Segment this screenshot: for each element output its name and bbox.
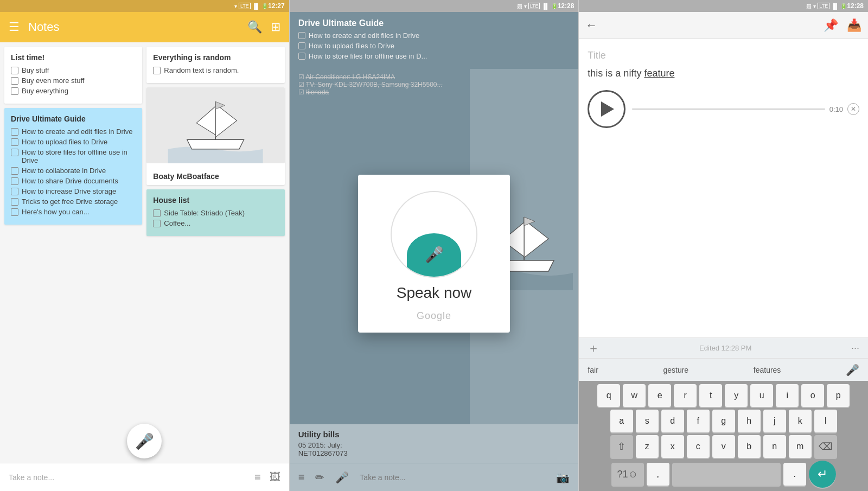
key-q[interactable]: q [597, 384, 620, 407]
close-audio-button[interactable]: ✕ [847, 103, 859, 115]
key-z[interactable]: z [636, 435, 659, 458]
checkbox-d1[interactable] [11, 128, 18, 136]
key-p[interactable]: p [827, 384, 850, 407]
note-boaty[interactable]: Boaty McBoatface [146, 87, 284, 185]
note-house-list[interactable]: House list Side Table: Striado (Teak) Co… [146, 189, 284, 236]
key-l[interactable]: l [814, 410, 837, 432]
speak-mic-bg: 🎤 [407, 233, 461, 277]
key-f[interactable]: f [687, 410, 710, 432]
list-item: Coffee... [153, 219, 278, 227]
key-o[interactable]: o [801, 384, 824, 407]
progress-track[interactable] [632, 109, 825, 110]
item-text: How to store files for offline use in Dr… [22, 148, 136, 164]
suggestion-2[interactable]: gesture [663, 366, 688, 374]
key-s[interactable]: s [636, 410, 659, 432]
grid-view-button[interactable]: ⊞ [271, 20, 280, 34]
key-c[interactable]: c [687, 435, 710, 458]
checkbox-d3[interactable] [11, 149, 18, 156]
list-item: How to store files for offline use in Dr… [11, 148, 136, 164]
list-icon-2[interactable]: ≡ [298, 471, 305, 483]
list-item: How to increase Drive storage [11, 187, 136, 195]
battery-icon-2: 🔋 [551, 3, 558, 9]
mic-icon: 🎤 [135, 432, 154, 450]
app-bar-3: ← 📌 📥 [579, 12, 868, 39]
search-button[interactable]: 🔍 [247, 20, 262, 34]
take-note-text[interactable]: Take a note... [9, 473, 248, 482]
add-button[interactable]: ＋ [588, 340, 599, 356]
key-k[interactable]: k [789, 410, 812, 432]
period-key[interactable]: . [783, 463, 806, 486]
checkbox-1[interactable] [11, 67, 18, 74]
key-i[interactable]: i [776, 384, 799, 407]
checkbox-d8[interactable] [11, 208, 18, 216]
status-bar-1: ▾ LTE ▐▌ 🔋 12:27 [0, 0, 289, 12]
item-text: Side Table: Striado (Teak) [164, 209, 245, 217]
symbols-key[interactable]: ?1☺ [611, 463, 644, 486]
mic-icon-2[interactable]: 🎤 [335, 471, 349, 484]
checkbox-3[interactable] [11, 87, 18, 95]
back-button[interactable]: ← [585, 18, 597, 33]
audio-time: 0:10 [829, 105, 843, 113]
utility-line1: 05 2015: July: [298, 441, 570, 449]
suggestion-3[interactable]: features [754, 366, 781, 374]
key-n[interactable]: n [763, 435, 786, 458]
note-random[interactable]: Everything is random Random text is rand… [146, 47, 284, 83]
keyboard-mic-icon[interactable]: 🎤 [846, 364, 859, 377]
key-y[interactable]: y [725, 384, 748, 407]
pin-icon[interactable]: 📌 [824, 18, 838, 33]
play-button[interactable] [588, 90, 626, 128]
checkbox-d7[interactable] [11, 198, 18, 206]
note-drive-guide[interactable]: Drive Ultimate Guide How to create and e… [4, 108, 142, 225]
menu-button[interactable]: ☰ [9, 20, 20, 34]
checkbox-d6[interactable] [11, 188, 18, 195]
note-drive-guide-title: Drive Ultimate Guide [11, 114, 136, 123]
key-d[interactable]: d [661, 410, 684, 432]
suggestion-1[interactable]: fair [588, 366, 598, 374]
key-w[interactable]: w [623, 384, 646, 407]
p2-checkbox-2 [298, 42, 305, 49]
enter-key[interactable]: ↵ [809, 461, 836, 488]
space-key[interactable] [672, 463, 781, 486]
note-body-text[interactable]: this is a nifty feature [588, 68, 859, 79]
camera-icon[interactable]: 📷 [556, 471, 570, 484]
key-u[interactable]: u [750, 384, 773, 407]
item-text: How to create and edit files in Drive [309, 31, 419, 40]
key-b[interactable]: b [738, 435, 761, 458]
checkbox-h1[interactable] [153, 209, 161, 217]
archive-icon[interactable]: 📥 [847, 18, 861, 33]
app-bar-1: ☰ Notes 🔍 ⊞ [0, 12, 289, 42]
utility-title: Utility bills [298, 430, 570, 439]
mic-fab[interactable]: 🎤 [127, 424, 162, 458]
note-list-time[interactable]: List time! Buy stuff Buy even more stuff… [4, 47, 142, 104]
key-g[interactable]: g [712, 410, 735, 432]
list-item: Buy everything [11, 87, 136, 95]
more-options-button[interactable]: ··· [851, 342, 859, 354]
audio-progress-bar: 0:10 ✕ [632, 103, 859, 115]
key-j[interactable]: j [763, 410, 786, 432]
checkbox-r1[interactable] [153, 67, 161, 74]
item-text: Here's how you can... [22, 208, 90, 216]
pencil-icon[interactable]: ✏ [315, 471, 324, 484]
keyboard-row-2: a s d f g h j k l [581, 410, 866, 432]
take-note-2[interactable]: Take a note... [360, 473, 545, 482]
image-icon[interactable]: 🖼 [270, 471, 280, 483]
checkbox-h2[interactable] [153, 220, 161, 227]
key-r[interactable]: r [674, 384, 697, 407]
key-h[interactable]: h [738, 410, 761, 432]
shift-key[interactable]: ⇧ [610, 435, 633, 458]
key-v[interactable]: v [712, 435, 735, 458]
key-x[interactable]: x [661, 435, 684, 458]
list-icon[interactable]: ≡ [254, 471, 261, 483]
note-editor-content: Title this is a nifty feature 0:10 ✕ [579, 39, 868, 337]
lte-icon-2: LTE [528, 3, 540, 9]
delete-key[interactable]: ⌫ [814, 435, 837, 458]
checkbox-d4[interactable] [11, 167, 18, 175]
checkbox-2[interactable] [11, 77, 18, 85]
comma-key[interactable]: , [647, 463, 669, 486]
key-m[interactable]: m [789, 435, 812, 458]
key-e[interactable]: e [648, 384, 671, 407]
key-t[interactable]: t [699, 384, 722, 407]
key-a[interactable]: a [610, 410, 633, 432]
checkbox-d2[interactable] [11, 138, 18, 146]
checkbox-d5[interactable] [11, 177, 18, 185]
